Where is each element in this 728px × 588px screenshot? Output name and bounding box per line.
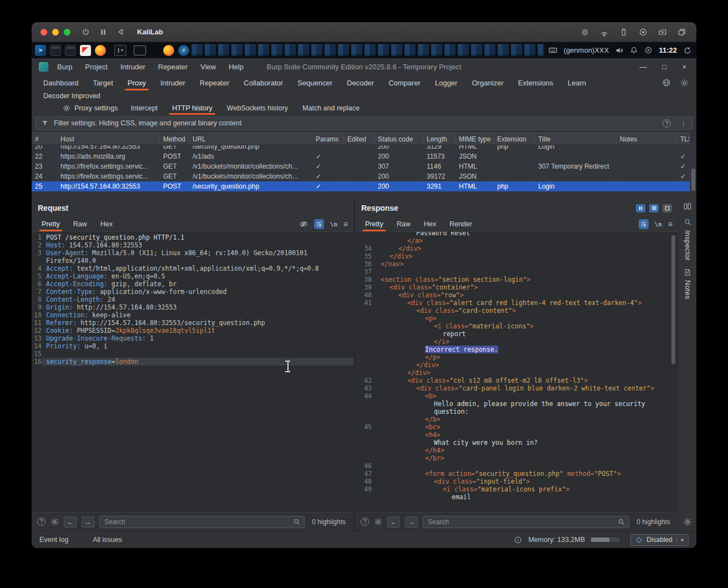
- menu-item[interactable]: Intruder: [120, 63, 145, 71]
- camera-icon[interactable]: [639, 28, 648, 37]
- extension-tab[interactable]: Decoder Improved: [36, 90, 108, 102]
- column-header[interactable]: Edited: [344, 133, 375, 145]
- response-view-tab[interactable]: Render: [443, 217, 479, 231]
- terminal-icon[interactable]: [65, 45, 76, 56]
- close-icon[interactable]: ×: [682, 63, 686, 71]
- column-header[interactable]: Extension: [494, 133, 535, 145]
- newline-toggle[interactable]: \n: [655, 221, 662, 228]
- filter-bar[interactable]: Filter settings: Hiding CSS, image and g…: [35, 116, 693, 130]
- layout-rows-button[interactable]: [649, 204, 659, 212]
- eject-icon[interactable]: [117, 28, 125, 36]
- proxy-sub-tab[interactable]: Match and replace: [295, 102, 367, 115]
- kali-menu-icon[interactable]: >: [35, 45, 46, 56]
- close-window-button[interactable]: [41, 29, 47, 36]
- request-search-input[interactable]: [99, 516, 305, 528]
- minimize-window-button[interactable]: [52, 29, 59, 36]
- main-tab[interactable]: Dashboard: [36, 75, 86, 90]
- capture-icon[interactable]: [600, 28, 609, 37]
- column-header[interactable]: MIME type: [456, 133, 494, 145]
- column-header[interactable]: Method: [160, 133, 189, 145]
- column-header[interactable]: Title: [535, 133, 616, 145]
- word-wrap-toggle[interactable]: [639, 219, 649, 229]
- response-scrollbar[interactable]: [671, 235, 675, 364]
- dock-columns-icon[interactable]: [684, 202, 691, 210]
- globe-icon[interactable]: [662, 78, 671, 87]
- previous-match-button[interactable]: ←: [387, 516, 400, 528]
- help-icon[interactable]: ?: [663, 119, 671, 128]
- column-header[interactable]: Params: [312, 133, 344, 145]
- pause-icon[interactable]: [99, 28, 107, 36]
- settings-gear-icon[interactable]: [683, 518, 692, 526]
- main-tab[interactable]: Sequencer: [290, 75, 340, 90]
- search-settings-gear-icon[interactable]: [50, 518, 59, 526]
- response-editor[interactable]: Password Reset</a>34</div>35</div>36</na…: [355, 231, 678, 512]
- main-tab[interactable]: Target: [86, 75, 120, 90]
- menu-item[interactable]: Repeater: [158, 63, 188, 71]
- response-view-tab[interactable]: Raw: [390, 217, 417, 231]
- previous-match-button[interactable]: ←: [64, 516, 77, 528]
- taskbar-window-tiles[interactable]: [191, 44, 544, 56]
- http-history-row[interactable]: 20 http://154.57.164.80:32553 GET /secur…: [32, 145, 690, 151]
- request-view-tab[interactable]: Pretty: [35, 217, 67, 231]
- request-view-tab[interactable]: Hex: [94, 217, 119, 231]
- volume-muted-icon[interactable]: [615, 46, 624, 55]
- editor-menu-icon[interactable]: ≡: [343, 220, 348, 228]
- main-tab[interactable]: Proxy: [120, 75, 153, 90]
- request-editor[interactable]: 1POST /security_question.php HTTP/1.12Ho…: [32, 231, 353, 512]
- refresh-icon[interactable]: [683, 46, 692, 55]
- usb-drive-icon[interactable]: [619, 28, 628, 37]
- keyboard-icon[interactable]: [548, 45, 558, 55]
- zap-proxy-icon[interactable]: ⚡: [178, 45, 189, 56]
- response-search-input[interactable]: [423, 516, 629, 528]
- column-header[interactable]: #: [32, 133, 57, 145]
- main-tab[interactable]: Repeater: [193, 75, 236, 90]
- kebab-menu-icon[interactable]: ⋮: [680, 119, 687, 128]
- display-icon[interactable]: [580, 28, 589, 37]
- column-header[interactable]: Length: [423, 133, 456, 145]
- main-tab[interactable]: Decoder: [340, 75, 381, 90]
- share-icon[interactable]: [658, 28, 667, 37]
- response-view-tab[interactable]: Pretty: [358, 217, 390, 231]
- layout-pause-button[interactable]: [636, 204, 645, 212]
- eye-slash-icon[interactable]: [299, 220, 308, 229]
- menu-item[interactable]: Project: [85, 63, 107, 71]
- all-issues-button[interactable]: All issues: [93, 536, 122, 544]
- next-match-button[interactable]: →: [82, 516, 94, 528]
- column-header[interactable]: Notes: [616, 133, 677, 145]
- proxy-settings-button[interactable]: Proxy settings: [57, 102, 124, 115]
- window-manager-icon[interactable]: [50, 45, 61, 56]
- status-circle-icon[interactable]: [644, 46, 653, 54]
- main-tab[interactable]: Comparer: [381, 75, 428, 90]
- info-icon[interactable]: [514, 536, 522, 544]
- minimize-icon[interactable]: —: [640, 63, 647, 71]
- request-view-tab[interactable]: Raw: [67, 217, 94, 231]
- maximize-icon[interactable]: □: [663, 63, 667, 71]
- layout-grid-button[interactable]: [663, 204, 672, 212]
- power-icon[interactable]: [82, 28, 90, 36]
- text-editor-icon[interactable]: [80, 45, 91, 56]
- help-icon[interactable]: ?: [361, 518, 369, 526]
- main-tab[interactable]: Learn: [560, 75, 593, 90]
- windows-icon[interactable]: [678, 28, 686, 37]
- firefox-icon[interactable]: [163, 45, 174, 56]
- zoom-window-button[interactable]: [64, 29, 70, 36]
- browser-icon[interactable]: [95, 45, 106, 56]
- settings-gear-icon[interactable]: [680, 79, 689, 87]
- main-tab[interactable]: Logger: [428, 75, 464, 90]
- proxy-sub-tab[interactable]: HTTP history: [165, 102, 220, 115]
- column-header[interactable]: Status code: [375, 133, 423, 145]
- menu-item[interactable]: Burp: [57, 63, 72, 71]
- word-wrap-toggle[interactable]: [314, 219, 324, 229]
- table-scrollbar[interactable]: [690, 145, 696, 192]
- editor-menu-icon[interactable]: ≡: [668, 220, 673, 228]
- bell-icon[interactable]: [630, 46, 638, 54]
- http-history-row[interactable]: 25 http://154.57.164.80:32553 POST /secu…: [32, 181, 690, 191]
- next-match-button[interactable]: →: [405, 516, 418, 528]
- http-history-row[interactable]: 24 https://firefox.settings.servic... GE…: [32, 171, 690, 181]
- main-tab[interactable]: Collaborator: [236, 75, 290, 90]
- notes-tab[interactable]: Notes: [684, 268, 691, 300]
- response-view-tab[interactable]: Hex: [417, 217, 443, 231]
- tray-widget[interactable]: [134, 45, 146, 55]
- input-method-widget[interactable]: I▾: [114, 45, 127, 56]
- main-tab[interactable]: Organizer: [464, 75, 510, 90]
